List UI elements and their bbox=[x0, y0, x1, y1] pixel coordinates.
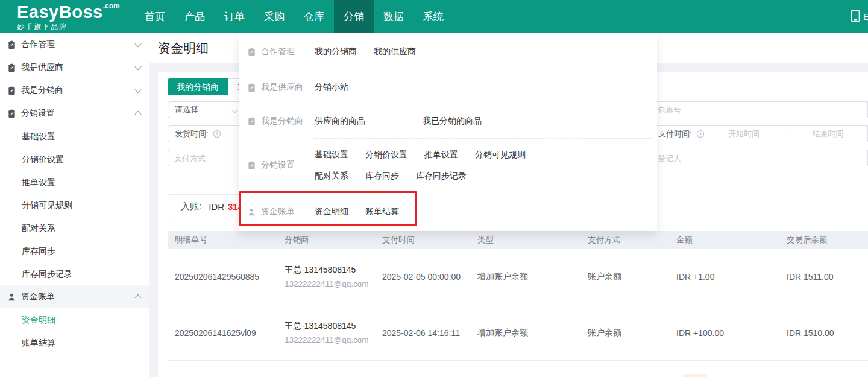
cell-type: 增加账户余额 bbox=[470, 328, 580, 338]
brand-logo[interactable]: EasyBoss.com 妙手旗下品牌 bbox=[17, 3, 120, 32]
sidebar-item-i-am-supplier[interactable]: 我是供应商 bbox=[0, 56, 149, 79]
nav-item-system[interactable]: 系统 bbox=[414, 0, 453, 33]
mega-links: 我的分销商 我的供应商 bbox=[315, 46, 416, 57]
mega-section-text: 资金账单 bbox=[261, 206, 295, 217]
cell-type: 增加账户余额 bbox=[470, 271, 580, 282]
sidebar-subitem-stock-sync-log[interactable]: 库存同步记录 bbox=[0, 262, 149, 285]
clipboard-icon bbox=[247, 161, 256, 170]
sidebar: 合作管理 我是供应商 我是分销商 分销设置 基础设置 分销价设置 推单设置 分销… bbox=[0, 33, 149, 377]
mega-section-cooperation: 合作管理 我的分销商 我的供应商 bbox=[239, 33, 657, 71]
mega-link-bill-settlement[interactable]: 账单结算 bbox=[365, 206, 399, 217]
table-row[interactable]: 202502061429560885 王总-13145808145 132222… bbox=[168, 249, 868, 305]
chevron-down-icon bbox=[232, 107, 238, 113]
col-header-pay-method: 支付方式 bbox=[580, 235, 669, 246]
mega-link-distribution-price[interactable]: 分销价设置 bbox=[365, 144, 407, 165]
brand-tld: .com bbox=[103, 2, 120, 10]
cell-pay-time: 2025-02-06 14:16:11 bbox=[375, 328, 470, 338]
mega-link-fund-detail[interactable]: 资金明细 bbox=[315, 206, 348, 217]
cell-balance: IDR 1510.00 bbox=[779, 328, 868, 338]
registrant-filter[interactable] bbox=[651, 150, 868, 166]
mega-link-supplier-products[interactable]: 供应商的商品 bbox=[315, 116, 365, 127]
nav-item-home[interactable]: 首页 bbox=[135, 0, 175, 33]
sidebar-subitem-stock-sync[interactable]: 库存同步 bbox=[0, 239, 149, 262]
header-right-label: E bbox=[863, 11, 868, 22]
nav-item-purchase[interactable]: 采购 bbox=[254, 0, 294, 33]
registrant-input[interactable] bbox=[652, 150, 867, 166]
table-header-row: 明细单号 分销商 支付时间 类型 支付方式 金额 交易后余额 bbox=[168, 231, 868, 249]
partial-tag bbox=[683, 374, 707, 377]
range-separator: - bbox=[784, 130, 788, 139]
fund-detail-table: 明细单号 分销商 支付时间 类型 支付方式 金额 交易后余额 202502061… bbox=[168, 231, 868, 361]
sidebar-subitem-bill-settlement[interactable]: 账单结算 bbox=[0, 331, 149, 354]
sidebar-item-distribution-settings[interactable]: 分销设置 bbox=[0, 102, 149, 125]
mega-section-label: 合作管理 bbox=[247, 46, 315, 57]
sidebar-subitem-visibility-rules[interactable]: 分销可见规则 bbox=[0, 194, 149, 217]
mega-link-stock-sync-log[interactable]: 库存同步记录 bbox=[416, 165, 467, 186]
clipboard-icon bbox=[7, 63, 16, 72]
user-icon bbox=[7, 293, 16, 302]
mega-link-push-order-settings[interactable]: 推单设置 bbox=[424, 144, 458, 165]
sidebar-item-cooperation[interactable]: 合作管理 bbox=[0, 33, 149, 56]
mega-link-basic-settings[interactable]: 基础设置 bbox=[315, 144, 348, 165]
pay-time-range-filter[interactable]: 支付时间: 开始时间 - 结束时间 bbox=[651, 125, 868, 142]
nav-item-data[interactable]: 数据 bbox=[374, 0, 414, 33]
col-header-amount: 金额 bbox=[669, 235, 779, 246]
col-header-type: 类型 bbox=[470, 235, 580, 246]
mega-section-text: 分销设置 bbox=[261, 160, 295, 171]
pay-time-label: 支付时间: bbox=[652, 128, 692, 139]
nav-item-orders[interactable]: 订单 bbox=[215, 0, 254, 33]
col-header-pay-time: 支付时间 bbox=[375, 235, 470, 246]
mega-link-stock-sync[interactable]: 库存同步 bbox=[365, 165, 399, 186]
nav-item-products[interactable]: 产品 bbox=[175, 0, 215, 33]
mega-link-my-distributed-products[interactable]: 我已分销的商品 bbox=[423, 116, 482, 127]
pay-method-input[interactable] bbox=[168, 150, 244, 166]
cell-pay-method: 账户余额 bbox=[580, 328, 669, 338]
mega-link-visibility-rules[interactable]: 分销可见规则 bbox=[475, 144, 526, 165]
sidebar-item-fund-bill[interactable]: 资金账单 bbox=[0, 285, 149, 308]
table-row[interactable]: 20250206141625vl09 王总-13145808145 132222… bbox=[168, 305, 868, 361]
clipboard-icon bbox=[247, 117, 256, 126]
mega-section-fund-bill: 资金账单 资金明细 账单结算 bbox=[239, 192, 657, 231]
package-no-input[interactable] bbox=[652, 102, 867, 118]
pay-method-filter[interactable] bbox=[168, 150, 244, 166]
sidebar-item-label: 分销设置 bbox=[21, 108, 55, 119]
select-filter[interactable]: 请选择 bbox=[168, 101, 244, 118]
distributor-name: 王总-13145808145 bbox=[285, 263, 374, 277]
package-no-filter[interactable] bbox=[651, 101, 868, 118]
mega-link-my-suppliers[interactable]: 我的供应商 bbox=[374, 46, 416, 57]
income-label: 入账: bbox=[181, 201, 201, 212]
sidebar-subitem-push-order-settings[interactable]: 推单设置 bbox=[0, 171, 149, 194]
clipboard-icon bbox=[7, 86, 16, 95]
tab-my-distributors[interactable]: 我的分销商 bbox=[168, 78, 228, 95]
distribution-mega-menu: 合作管理 我的分销商 我的供应商 我是供应商 分销小站 我是分销商 供应商的商品… bbox=[239, 33, 657, 231]
mega-link-distribution-site[interactable]: 分销小站 bbox=[315, 82, 348, 93]
mega-links: 资金明细 账单结算 bbox=[315, 206, 399, 217]
mega-link-pairing-relation[interactable]: 配对关系 bbox=[315, 165, 348, 186]
sidebar-subitem-basic-settings[interactable]: 基础设置 bbox=[0, 125, 149, 148]
mobile-app-icon bbox=[851, 10, 860, 24]
clock-icon bbox=[696, 130, 705, 138]
mega-link-my-distributors[interactable]: 我的分销商 bbox=[315, 46, 357, 57]
sidebar-subitem-pairing-relation[interactable]: 配对关系 bbox=[0, 217, 149, 239]
distributor-email: 13222222411@qq.com bbox=[285, 277, 374, 291]
cell-distributor: 王总-13145808145 13222222411@qq.com bbox=[277, 319, 375, 347]
mega-section-text: 我是供应商 bbox=[261, 82, 303, 93]
header-right-tools[interactable]: E bbox=[851, 0, 868, 33]
cell-amount: IDR +1.00 bbox=[669, 272, 779, 282]
brand-name: EasyBoss bbox=[17, 2, 103, 22]
top-navigation: 首页 产品 订单 采购 仓库 分销 数据 系统 bbox=[135, 0, 453, 33]
income-currency: IDR bbox=[209, 201, 224, 212]
cell-distributor: 王总-13145808145 13222222411@qq.com bbox=[277, 263, 375, 291]
end-time-placeholder[interactable]: 结束时间 bbox=[788, 128, 867, 139]
clipboard-icon bbox=[247, 83, 256, 92]
sidebar-subitem-distribution-price[interactable]: 分销价设置 bbox=[0, 148, 149, 171]
sidebar-subitem-fund-detail[interactable]: 资金明细 bbox=[0, 308, 149, 331]
sidebar-item-label: 资金账单 bbox=[21, 291, 55, 302]
distributor-name: 王总-13145808145 bbox=[285, 319, 374, 333]
sidebar-item-i-am-distributor[interactable]: 我是分销商 bbox=[0, 79, 149, 102]
cell-detail-no: 202502061429560885 bbox=[168, 272, 277, 282]
start-time-placeholder[interactable]: 开始时间 bbox=[705, 128, 784, 139]
nav-item-warehouse[interactable]: 仓库 bbox=[294, 0, 334, 33]
app-header: EasyBoss.com 妙手旗下品牌 首页 产品 订单 采购 仓库 分销 数据… bbox=[0, 0, 868, 33]
nav-item-distribution[interactable]: 分销 bbox=[334, 0, 374, 33]
